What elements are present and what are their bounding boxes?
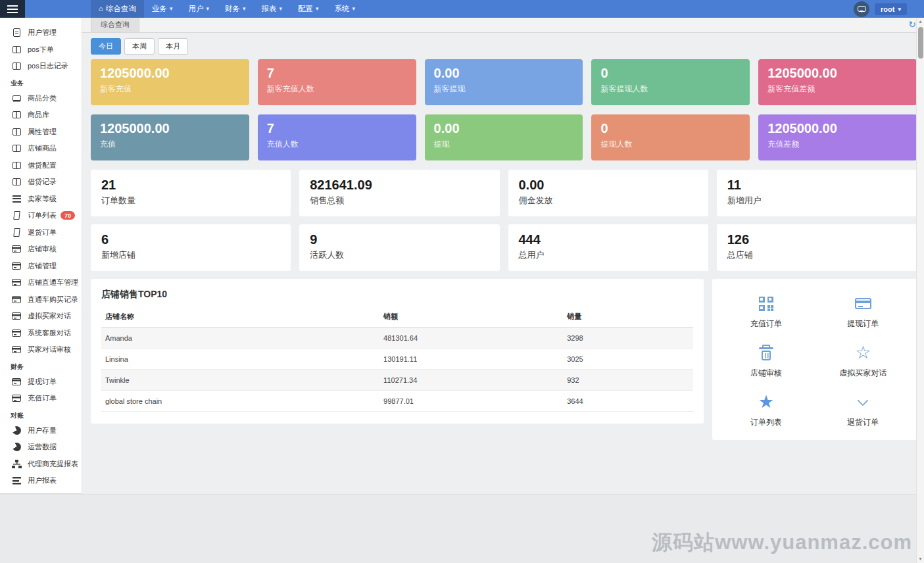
quick-link[interactable]: 店铺审核 (717, 344, 814, 379)
sidebar-item[interactable]: 店铺审核 (0, 241, 82, 258)
summary-card: 444 总用户 (508, 224, 708, 271)
nav-menu-label: 报表 (262, 0, 277, 18)
summary-value: 0.00 (519, 177, 698, 193)
messages-button[interactable] (854, 1, 869, 17)
stat-card[interactable]: 1205000.00 充值 (91, 114, 249, 160)
summary-card: 9 活跃人数 (299, 224, 499, 271)
tab-bar: 综合查询 ↻ (82, 18, 924, 33)
sidebar-item-label: pos下单 (28, 45, 54, 55)
chevron-down-icon (858, 395, 869, 406)
sidebar-item-label: 属性管理 (28, 127, 57, 137)
quick-link[interactable]: 订单列表 (717, 393, 814, 428)
main-area: 综合查询 ↻ 今日 本周 本月 1205000.00 新客充值 (82, 18, 924, 494)
nav-menu-item[interactable]: 财务 ▾ (217, 0, 254, 18)
stat-card[interactable]: 7 充值人数 (258, 114, 416, 160)
nav-menu-item[interactable]: 系统 ▾ (327, 0, 364, 18)
sidebar-toggle-button[interactable] (0, 0, 25, 18)
navbar-right: root ▾ (854, 1, 924, 17)
sidebar-item[interactable]: 运营数据 (0, 439, 82, 456)
sidebar-item-label: 提现订单 (28, 377, 57, 387)
sidebar-item[interactable]: 虚拟买家对话 (0, 308, 82, 325)
date-filter-button[interactable]: 本周 (124, 38, 155, 55)
quick-link[interactable]: 提现订单 (815, 295, 912, 330)
stat-card[interactable]: 0 新客提现人数 (591, 59, 750, 105)
sidebar-item[interactable]: 借贷记录 (0, 174, 82, 191)
summary-label: 活跃人数 (310, 249, 489, 261)
card-icon (12, 346, 21, 353)
tab-overview[interactable]: 综合查询 (91, 16, 139, 32)
nav-menu-item[interactable]: 报表 ▾ (254, 0, 291, 18)
sidebar-item[interactable]: 系统客服对话 (0, 325, 82, 342)
stat-card[interactable]: 0.00 提现 (425, 114, 583, 160)
sidebar-item[interactable]: pos下单 (0, 41, 82, 59)
quick-link[interactable]: 虚拟买家对话 (815, 344, 912, 379)
sidebar-item[interactable]: 商品库 (0, 107, 82, 124)
sidebar-item[interactable]: 店铺管理 (0, 258, 82, 275)
sidebar-item[interactable]: pos日志记录 (0, 58, 82, 75)
amount-cell: 481301.64 (379, 328, 563, 349)
summary-value: 6 (101, 232, 280, 247)
nav-menu-item[interactable]: 用户 ▾ (180, 0, 217, 18)
summary-value: 21 (101, 177, 280, 193)
stat-label: 充值人数 (267, 139, 407, 150)
shop-name-cell: Linsina (101, 349, 379, 370)
stat-card[interactable]: 1205000.00 新客充值 (91, 59, 249, 105)
card-icon (12, 330, 21, 337)
stat-value: 0 (600, 65, 741, 81)
sidebar-item[interactable]: 退货订单 (0, 224, 82, 241)
nav-menu-item[interactable]: 配置 ▾ (290, 0, 327, 18)
sidebar-item[interactable]: 提现订单 (0, 374, 82, 391)
scrollbar-thumb[interactable] (918, 27, 923, 59)
vertical-scrollbar[interactable]: ▲ ▼ (916, 18, 924, 563)
scroll-up-icon[interactable]: ▲ (917, 18, 924, 26)
sidebar-item[interactable]: 属性管理 (0, 124, 82, 141)
sidebar-item[interactable]: 店铺商品 (0, 140, 82, 157)
sidebar-item[interactable]: 用户报表 (0, 472, 82, 489)
stat-card[interactable]: 0 提现人数 (591, 114, 750, 160)
table-row: Twinkle 110271.34 932 (101, 370, 693, 391)
summary-card: 21 订单数量 (91, 170, 291, 216)
scroll-down-icon[interactable]: ▼ (917, 555, 924, 563)
trash-icon (762, 351, 771, 360)
stat-card[interactable]: 1205000.00 充值差额 (758, 114, 917, 160)
column-header-qty: 销量 (563, 306, 693, 328)
stat-card[interactable]: 0.00 新客提现 (425, 59, 583, 105)
refresh-icon[interactable]: ↻ (908, 19, 916, 30)
sidebar-item[interactable]: 卖家等级 (0, 191, 82, 208)
date-filter-button[interactable]: 本月 (158, 38, 188, 55)
sidebar-item[interactable]: 店铺直通车管理 (0, 274, 82, 291)
summary-card: 11 新增用户 (717, 170, 917, 216)
nav-item-home[interactable]: ⌂ 综合查询 (91, 0, 144, 18)
date-filter-button[interactable]: 今日 (91, 38, 121, 55)
qty-cell: 3644 (563, 391, 693, 412)
watermark: 源码站www.yuanmaz.com (652, 529, 912, 556)
stat-card[interactable]: 7 新客充值人数 (258, 59, 416, 105)
summary-card: 821641.09 销售总额 (299, 170, 499, 216)
stat-value: 1205000.00 (100, 65, 240, 81)
quick-link[interactable]: 退货订单 (815, 393, 912, 428)
sidebar-item[interactable]: 借贷配置 (0, 157, 82, 174)
table-icon (12, 128, 21, 135)
sidebar-item-label: 商品库 (28, 110, 49, 120)
sidebar-item[interactable]: 充值订单 (0, 390, 82, 407)
sidebar-item-label: 直通车购买记录 (28, 295, 78, 305)
quick-link[interactable]: 充值订单 (717, 295, 814, 330)
sidebar-item[interactable]: 用户存量 (0, 422, 82, 439)
sidebar-item[interactable]: 商品分类 (0, 90, 82, 107)
nav-menu-item[interactable]: 业务 ▾ (144, 0, 181, 18)
sidebar-item[interactable]: 订单列表 70 (0, 207, 82, 224)
summary-cards-row2: 6 新增店铺 9 活跃人数 444 总用户 126 (91, 224, 917, 271)
stat-card[interactable]: 1205000.00 新客充值差额 (758, 59, 917, 105)
sidebar-item[interactable]: 买家对话审核 (0, 341, 82, 358)
home-icon: ⌂ (99, 0, 103, 18)
sidebar-item[interactable]: 直通车购买记录 (0, 291, 82, 308)
sidebar-item-label: 用户管理 (28, 28, 57, 37)
sidebar-item-label: 系统客服对话 (28, 328, 71, 338)
nav-menu-label: 财务 (225, 0, 240, 18)
sidebar-item-label: 用户报表 (28, 476, 57, 485)
sidebar-item[interactable]: 代理商充提报表 (0, 456, 82, 473)
sidebar-section-header: 业务 (0, 75, 82, 90)
sidebar-item[interactable]: 用户管理 (0, 24, 82, 41)
user-menu[interactable]: root ▾ (875, 3, 907, 15)
credit-card-icon (855, 298, 871, 309)
